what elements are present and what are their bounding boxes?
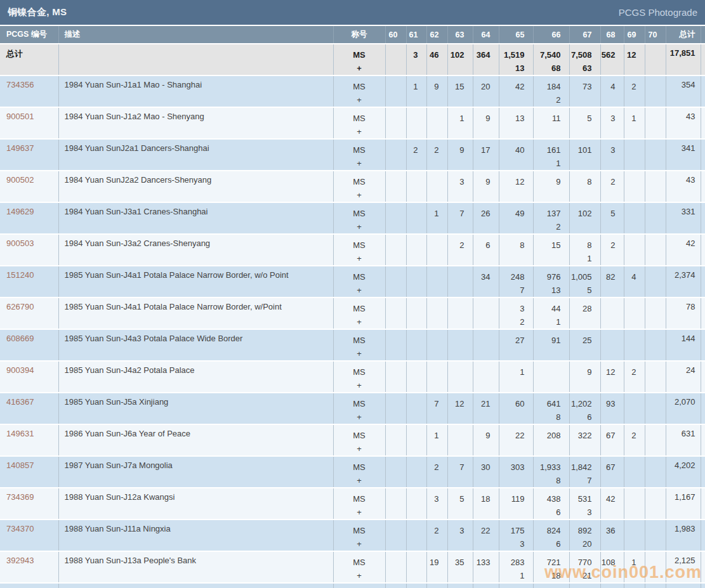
cell-line-1 (645, 365, 657, 379)
grade-cell-70 (645, 44, 666, 75)
pcgs-number-link[interactable]: 392943 (6, 556, 34, 565)
grade-cell-69 (624, 297, 645, 329)
grade-cell-61 (406, 424, 426, 456)
grade-cell-68: 67 (600, 424, 624, 456)
grade-cell-69: 2 (624, 361, 645, 393)
pcgs-number-link[interactable]: 608669 (6, 334, 34, 343)
column-header-grade-66: 66 (533, 26, 569, 44)
grade-cell-64: 18 (473, 488, 499, 519)
pcgs-number-cell: 900503 (0, 234, 58, 266)
cell-line-2 (407, 188, 418, 202)
grade-cell-65: 60 (499, 393, 533, 424)
cell-line-2 (601, 252, 616, 265)
cell-line-1 (645, 48, 657, 62)
cell-line-1: 17 (473, 143, 491, 157)
pcgs-number-link[interactable]: 416367 (6, 397, 34, 407)
cell-line-1: 9 (473, 175, 491, 188)
grade-cell-63: 1 (447, 107, 473, 139)
grade-cell-61 (406, 583, 426, 588)
pcgs-number-link[interactable]: 734369 (6, 492, 34, 502)
cell-line-2 (448, 506, 465, 519)
grade-cell-68: 562 (600, 44, 624, 75)
cell-line-2 (473, 62, 491, 75)
grade-cell-65: 22 (499, 424, 533, 456)
grade-cell-61 (406, 329, 426, 361)
cell-line-1: 721 (534, 556, 561, 569)
pcgs-number-link[interactable]: 151240 (6, 270, 34, 280)
designation-cell: MS+ (333, 361, 385, 393)
grade-cell-62: 1 (426, 202, 447, 234)
pcgs-number-link[interactable]: 149637 (6, 143, 34, 153)
grade-cell-68: 3 (600, 139, 624, 171)
description-cell: 1987 Yuan Sun-J7a Mongolia (58, 456, 333, 488)
cell-line-2: 1 (570, 252, 592, 265)
grade-cell-63: 3 (447, 171, 473, 202)
cell-line-1: 1,519 (499, 48, 525, 62)
grade-cell-69: 12 (624, 44, 645, 75)
cell-line-1 (624, 143, 636, 157)
grade-cell-63: 3 (447, 583, 473, 588)
cell-line-2 (601, 506, 616, 519)
cell-line-1: 1,202 (570, 397, 592, 410)
pcgs-number-link[interactable]: 900503 (6, 238, 34, 248)
pcgs-number-link[interactable]: 900501 (6, 112, 34, 121)
cell-line-1 (645, 302, 657, 315)
cell-line-1 (407, 175, 418, 188)
pcgs-number-link[interactable]: 734370 (6, 524, 34, 533)
total-cell: 1,899 (666, 583, 701, 588)
description-cell: 1985 Yuan Sun-J4a1 Potala Palace Narrow … (58, 297, 333, 329)
table-row: 7343701988 Yuan Sun-J11a NingxiaMS+23221… (0, 519, 705, 551)
pcgs-number-link[interactable]: 140857 (6, 461, 34, 470)
totals-row: 总计MS+3461023641,519137,540687,5086356212… (0, 44, 705, 75)
title-bar: 铜镍合金, MS PCGS Photograde (0, 0, 705, 26)
cell-line-1: 1 (624, 556, 636, 569)
edge-cell (701, 393, 705, 424)
pcgs-number-link[interactable]: 734356 (6, 80, 34, 89)
grade-cell-61 (406, 488, 426, 519)
total-cell: 631 (666, 424, 701, 456)
grade-cell-64: 133 (473, 551, 499, 583)
cell-line-1: 770 (570, 556, 592, 569)
grade-cell-67: 102 (569, 202, 600, 234)
cell-line-2: 3 (570, 506, 592, 519)
cell-line-1 (448, 302, 465, 315)
cell-line-2 (427, 474, 439, 487)
cell-line-2 (407, 347, 418, 360)
grade-cell-62: 2 (426, 456, 447, 488)
grade-cell-63 (447, 297, 473, 329)
cell-line-2: 1 (499, 569, 525, 582)
edge-cell (701, 519, 705, 551)
grade-cell-65: 42 (499, 75, 533, 107)
pcgs-number-link[interactable]: 149631 (6, 429, 34, 438)
grade-cell-69 (624, 456, 645, 488)
total-cell: 341 (666, 139, 701, 171)
cell-line-1: 641 (534, 397, 561, 410)
cell-line-2 (624, 157, 636, 170)
pcgs-number-link[interactable]: 900394 (6, 365, 34, 375)
photograde-link[interactable]: PCGS Photograde (619, 7, 697, 18)
description-cell: 1984 Yuan Sun-J1a1 Mao - Shanghai (58, 75, 333, 107)
cell-line-2 (601, 537, 616, 551)
cell-line-1: 19 (427, 556, 439, 569)
grade-cell-61: 1 (406, 75, 426, 107)
column-header-grade-62: 62 (426, 26, 447, 44)
cell-line-2 (473, 569, 491, 582)
cell-line-2: + (334, 315, 385, 329)
edge-cell (701, 583, 705, 588)
cell-line-2 (448, 220, 465, 233)
grade-cell-70 (645, 297, 666, 329)
cell-line-2: 21 (570, 569, 592, 582)
edge-cell (701, 202, 705, 234)
cell-line-2 (645, 442, 657, 455)
cell-line-2 (407, 62, 418, 75)
cell-line-2 (473, 379, 491, 392)
cell-line-2 (645, 252, 657, 265)
cell-line-2 (407, 569, 418, 582)
cell-line-1: MS (334, 238, 385, 252)
cell-line-1: MS (334, 365, 385, 379)
pcgs-number-link[interactable]: 626790 (6, 302, 34, 311)
pcgs-number-link[interactable]: 900502 (6, 175, 34, 185)
edge-cell (701, 488, 705, 519)
pcgs-number-link[interactable]: 149629 (6, 207, 34, 216)
column-header-grade-67: 67 (569, 26, 600, 44)
